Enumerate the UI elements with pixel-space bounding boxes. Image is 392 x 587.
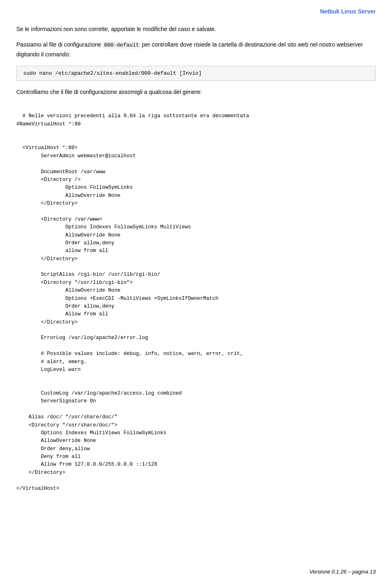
command-box: sudo nano /etc/apache2/sites-enabled/000… [16, 66, 376, 81]
footer: Versione 0.1.26 – pagina 13 [310, 569, 376, 575]
code-section1: # Nelle versioni precedenti alla 9.04 la… [16, 105, 376, 128]
intro-paragraph2: Passiamo al file di configurazione 000-d… [16, 40, 376, 59]
control-text: Controlliamo che il file di configurazio… [16, 87, 376, 96]
header-title: Netbuk Linux Server [16, 8, 376, 15]
intro-paragraph1: Se le informazioni non sono corrette, ap… [16, 25, 376, 33]
inline-code-000default: 000-default [103, 42, 140, 49]
code-section2: <VirtualHost *:80> ServerAdmin webmaster… [16, 136, 376, 493]
